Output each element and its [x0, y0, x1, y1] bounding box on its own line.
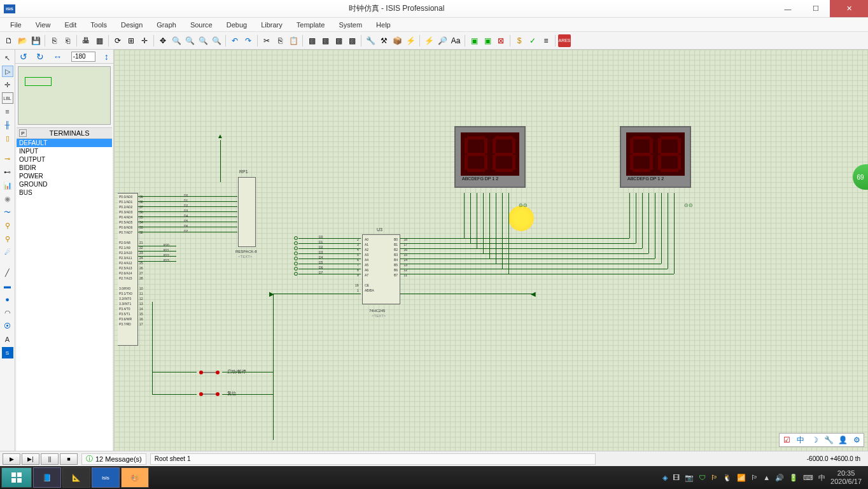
button-start-pause[interactable] — [197, 368, 222, 378]
pick-icon[interactable]: 🔧 — [364, 34, 377, 47]
mirror-v-icon[interactable]: ↕ — [104, 52, 109, 62]
zoom-area-icon[interactable]: 🔍 — [210, 34, 223, 47]
box-icon[interactable]: ▬ — [2, 280, 13, 292]
palette-item-power[interactable]: POWER — [17, 172, 112, 180]
new-icon[interactable]: 🗋 — [3, 34, 15, 47]
task-app-1[interactable]: 📘 — [33, 467, 61, 488]
new-sheet-icon[interactable]: ▣ — [468, 34, 480, 47]
menu-debug[interactable]: Debug — [220, 20, 253, 30]
tray-qq-icon[interactable]: 🐧 — [723, 474, 732, 482]
pan-icon[interactable]: ✥ — [157, 34, 169, 47]
junction-icon[interactable]: ✛ — [2, 79, 13, 90]
menu-source[interactable]: Source — [184, 20, 219, 30]
menu-graph[interactable]: Graph — [150, 20, 183, 30]
refresh-icon[interactable]: ⟳ — [111, 34, 124, 47]
tray-cube-icon[interactable]: ◈ — [662, 474, 668, 482]
import-icon[interactable]: ⎘ — [48, 34, 60, 47]
palette-item-input[interactable]: INPUT — [17, 147, 112, 155]
task-app-2[interactable]: 📐 — [62, 467, 90, 488]
seven-seg-display-2[interactable]: ABCDEFG DP 1 2 — [620, 126, 691, 188]
line-icon[interactable]: ╱ — [2, 267, 13, 278]
current-probe-icon[interactable]: ⚲ — [2, 233, 13, 244]
view-center-icon[interactable]: 中 — [795, 435, 806, 445]
copy-icon[interactable]: ⎘ — [274, 34, 286, 47]
menu-file[interactable]: File — [4, 20, 28, 30]
label-icon[interactable]: LBL — [2, 92, 13, 104]
task-app-3[interactable]: 🎨 — [121, 467, 149, 488]
bus-icon[interactable]: ╫ — [2, 119, 13, 131]
block-rotate-icon[interactable]: ▩ — [332, 34, 345, 47]
pause-button[interactable]: || — [41, 453, 59, 465]
stop-button[interactable]: ■ — [60, 453, 78, 465]
instrument-icon[interactable]: ☄ — [2, 246, 13, 258]
undo-icon[interactable]: ↶ — [228, 34, 241, 47]
netlist-icon[interactable]: ≡ — [540, 34, 552, 47]
view-wrench-icon[interactable]: 🔧 — [823, 435, 834, 445]
remove-sheet-icon[interactable]: ▣ — [481, 34, 494, 47]
save-icon[interactable]: 💾 — [29, 34, 42, 47]
close-button[interactable]: ✕ — [830, 0, 868, 17]
exit-sheet-icon[interactable]: ⊠ — [494, 34, 507, 47]
tray-shield-icon[interactable]: 🛡 — [699, 474, 706, 481]
voltage-probe-icon[interactable]: ⚲ — [2, 220, 13, 231]
path-icon[interactable]: ⦿ — [2, 320, 13, 332]
block-delete-icon[interactable]: ▩ — [346, 34, 358, 47]
seven-seg-display-1[interactable]: ABCDEFG DP 1 2 — [454, 126, 526, 188]
zoom-in-icon[interactable]: 🔍 — [170, 34, 183, 47]
zoom-out-icon[interactable]: 🔍 — [183, 34, 196, 47]
menu-help[interactable]: Help — [370, 20, 397, 30]
mcu-chip[interactable]: P0.0/AD039P0.1/AD138P0.2/AD237P0.3/AD336… — [118, 193, 138, 346]
start-button[interactable] — [1, 467, 32, 488]
task-isis[interactable]: isis — [92, 467, 120, 488]
mirror-h-icon[interactable]: ↔ — [53, 52, 62, 62]
u3-component[interactable]: U3 A02A13A24A35A46A57A68A79B018B117B216B… — [362, 234, 400, 304]
grid-icon[interactable]: ⊞ — [125, 34, 137, 47]
block-copy-icon[interactable]: ▩ — [305, 34, 318, 47]
terminal-icon[interactable]: ⊸ — [2, 153, 13, 164]
tape-icon[interactable]: ◉ — [2, 193, 13, 204]
play-button[interactable]: ▶ — [3, 453, 20, 465]
pick-button[interactable]: P — [19, 129, 27, 137]
power-terminal[interactable]: ▲ — [217, 132, 223, 139]
palette-item-bidir[interactable]: BIDIR — [17, 164, 112, 172]
palette-item-bus[interactable]: BUS — [17, 188, 112, 197]
property-icon[interactable]: Aa — [449, 34, 462, 47]
palette-item-default[interactable]: DEFAULT — [17, 139, 112, 147]
package-icon[interactable]: 📦 — [391, 34, 403, 47]
redo-icon[interactable]: ↷ — [242, 34, 255, 47]
ares-icon[interactable]: ARES — [558, 34, 571, 47]
menu-library[interactable]: Library — [255, 20, 289, 30]
sheet-name[interactable]: Root sheet 1 — [150, 453, 596, 465]
text-script-icon[interactable]: ≡ — [2, 106, 13, 117]
tray-action-icon[interactable]: 🏳 — [751, 474, 758, 481]
tray-up-icon[interactable]: ▲ — [763, 474, 770, 481]
minimize-button[interactable]: — — [774, 0, 802, 17]
overview-panel[interactable] — [18, 66, 111, 125]
rotate-cw-icon[interactable]: ↻ — [36, 52, 44, 62]
step-button[interactable]: ▶| — [22, 453, 39, 465]
palette-item-ground[interactable]: GROUND — [17, 180, 112, 188]
view-moon-icon[interactable]: ☽ — [809, 435, 820, 445]
generator-icon[interactable]: 〜 — [2, 206, 13, 218]
tray-film-icon[interactable]: 🎞 — [673, 474, 680, 481]
origin-icon[interactable]: ✛ — [138, 34, 151, 47]
palette-item-output[interactable]: OUTPUT — [17, 155, 112, 164]
terminal-pair-2[interactable]: ⊙⊙ — [684, 202, 693, 208]
rotation-input[interactable] — [71, 52, 95, 62]
input-terminal-u3[interactable]: ▶ — [269, 290, 274, 297]
rp1-component[interactable]: RP1 RESPACK-8 <TEXT> — [238, 177, 256, 247]
tray-keyboard-icon[interactable]: ⌨ — [803, 474, 813, 482]
device-pin-icon[interactable]: ⊷ — [2, 166, 13, 178]
taskbar-clock[interactable]: 20:35 2020/6/17 — [830, 469, 862, 486]
menu-view[interactable]: View — [29, 20, 57, 30]
decompose-icon[interactable]: ⚡ — [404, 34, 417, 47]
subcircuit-icon[interactable]: ▯ — [2, 132, 13, 144]
output-terminal-u3[interactable]: ◀ — [531, 290, 536, 297]
view-check-icon[interactable]: ☑ — [781, 435, 792, 445]
terminal-pair-1[interactable]: ⊙⊙ — [519, 202, 528, 208]
area-icon[interactable]: ▦ — [93, 34, 106, 47]
tray-flag-icon[interactable]: 🏳 — [711, 474, 718, 481]
text-icon[interactable]: A — [2, 334, 13, 345]
bom-icon[interactable]: $ — [513, 34, 526, 47]
tray-battery-icon[interactable]: 🔋 — [789, 474, 798, 482]
